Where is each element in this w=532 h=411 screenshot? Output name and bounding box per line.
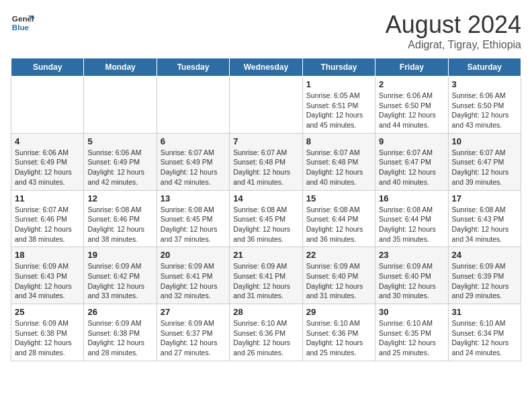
calendar-cell: 29Sunrise: 6:10 AM Sunset: 6:36 PM Dayli… — [302, 304, 375, 361]
day-info: Sunrise: 6:06 AM Sunset: 6:50 PM Dayligh… — [452, 91, 517, 130]
day-info: Sunrise: 6:08 AM Sunset: 6:44 PM Dayligh… — [379, 205, 444, 244]
calendar-cell: 1Sunrise: 6:05 AM Sunset: 6:51 PM Daylig… — [302, 77, 375, 134]
day-number: 5 — [87, 136, 152, 146]
day-number: 9 — [379, 136, 444, 146]
day-number: 22 — [306, 250, 371, 260]
calendar-cell: 6Sunrise: 6:07 AM Sunset: 6:49 PM Daylig… — [157, 133, 229, 190]
day-info: Sunrise: 6:09 AM Sunset: 6:38 PM Dayligh… — [15, 318, 80, 358]
weekday-header-tuesday: Tuesday — [157, 58, 229, 77]
day-number: 29 — [306, 307, 371, 317]
day-info: Sunrise: 6:09 AM Sunset: 6:40 PM Dayligh… — [306, 261, 371, 301]
calendar-cell: 22Sunrise: 6:09 AM Sunset: 6:40 PM Dayli… — [302, 247, 375, 304]
calendar-cell: 3Sunrise: 6:06 AM Sunset: 6:50 PM Daylig… — [448, 77, 521, 134]
day-info: Sunrise: 6:09 AM Sunset: 6:38 PM Dayligh… — [87, 318, 152, 358]
day-number: 6 — [161, 136, 226, 146]
day-info: Sunrise: 6:06 AM Sunset: 6:49 PM Dayligh… — [87, 148, 152, 187]
calendar-cell: 27Sunrise: 6:09 AM Sunset: 6:37 PM Dayli… — [157, 304, 229, 361]
day-number: 25 — [15, 307, 80, 317]
calendar-cell: 19Sunrise: 6:09 AM Sunset: 6:42 PM Dayli… — [84, 247, 157, 304]
calendar-week-2: 4Sunrise: 6:06 AM Sunset: 6:49 PM Daylig… — [11, 133, 521, 190]
calendar-week-1: 1Sunrise: 6:05 AM Sunset: 6:51 PM Daylig… — [11, 77, 521, 134]
location-subtitle: Adigrat, Tigray, Ethiopia — [386, 39, 521, 51]
day-number: 23 — [379, 250, 444, 260]
calendar-cell: 9Sunrise: 6:07 AM Sunset: 6:47 PM Daylig… — [375, 133, 448, 190]
calendar-week-5: 25Sunrise: 6:09 AM Sunset: 6:38 PM Dayli… — [11, 304, 521, 361]
calendar-cell: 18Sunrise: 6:09 AM Sunset: 6:43 PM Dayli… — [11, 247, 84, 304]
day-number: 1 — [306, 79, 371, 89]
calendar-week-3: 11Sunrise: 6:07 AM Sunset: 6:46 PM Dayli… — [11, 190, 521, 247]
calendar-cell: 16Sunrise: 6:08 AM Sunset: 6:44 PM Dayli… — [375, 190, 448, 247]
day-info: Sunrise: 6:06 AM Sunset: 6:50 PM Dayligh… — [379, 91, 444, 130]
calendar-table: SundayMondayTuesdayWednesdayThursdayFrid… — [11, 58, 521, 361]
logo: General Blue — [11, 11, 35, 35]
day-info: Sunrise: 6:09 AM Sunset: 6:43 PM Dayligh… — [15, 261, 80, 301]
calendar-cell: 20Sunrise: 6:09 AM Sunset: 6:41 PM Dayli… — [157, 247, 229, 304]
calendar-cell: 4Sunrise: 6:06 AM Sunset: 6:49 PM Daylig… — [11, 133, 84, 190]
day-info: Sunrise: 6:07 AM Sunset: 6:46 PM Dayligh… — [15, 205, 80, 244]
weekday-header-wednesday: Wednesday — [230, 58, 302, 77]
day-info: Sunrise: 6:10 AM Sunset: 6:36 PM Dayligh… — [233, 318, 298, 358]
day-number: 12 — [87, 193, 152, 203]
calendar-cell: 24Sunrise: 6:09 AM Sunset: 6:39 PM Dayli… — [448, 247, 521, 304]
calendar-week-4: 18Sunrise: 6:09 AM Sunset: 6:43 PM Dayli… — [11, 247, 521, 304]
day-info: Sunrise: 6:09 AM Sunset: 6:39 PM Dayligh… — [452, 261, 517, 301]
calendar-cell: 23Sunrise: 6:09 AM Sunset: 6:40 PM Dayli… — [375, 247, 448, 304]
weekday-header-friday: Friday — [375, 58, 448, 77]
weekday-header-saturday: Saturday — [448, 58, 521, 77]
day-info: Sunrise: 6:10 AM Sunset: 6:34 PM Dayligh… — [452, 318, 517, 358]
day-number: 18 — [15, 250, 80, 260]
day-number: 20 — [161, 250, 226, 260]
day-number: 28 — [233, 307, 298, 317]
weekday-header-thursday: Thursday — [302, 58, 375, 77]
weekday-header-row: SundayMondayTuesdayWednesdayThursdayFrid… — [11, 58, 521, 77]
day-info: Sunrise: 6:07 AM Sunset: 6:47 PM Dayligh… — [379, 148, 444, 187]
calendar-cell: 28Sunrise: 6:10 AM Sunset: 6:36 PM Dayli… — [230, 304, 302, 361]
day-number: 15 — [306, 193, 371, 203]
calendar-cell: 17Sunrise: 6:08 AM Sunset: 6:43 PM Dayli… — [448, 190, 521, 247]
day-number: 21 — [233, 250, 298, 260]
calendar-cell: 25Sunrise: 6:09 AM Sunset: 6:38 PM Dayli… — [11, 304, 84, 361]
day-info: Sunrise: 6:08 AM Sunset: 6:45 PM Dayligh… — [161, 205, 226, 244]
day-number: 10 — [452, 136, 517, 146]
calendar-cell: 31Sunrise: 6:10 AM Sunset: 6:34 PM Dayli… — [448, 304, 521, 361]
svg-text:Blue: Blue — [12, 23, 30, 32]
calendar-cell — [84, 77, 157, 134]
calendar-cell: 15Sunrise: 6:08 AM Sunset: 6:44 PM Dayli… — [302, 190, 375, 247]
day-number: 17 — [452, 193, 517, 203]
day-number: 26 — [87, 307, 152, 317]
calendar-cell: 7Sunrise: 6:07 AM Sunset: 6:48 PM Daylig… — [230, 133, 302, 190]
calendar-cell: 11Sunrise: 6:07 AM Sunset: 6:46 PM Dayli… — [11, 190, 84, 247]
day-number: 14 — [233, 193, 298, 203]
page-header: General Blue August 2024 Adigrat, Tigray… — [11, 11, 521, 51]
calendar-cell: 8Sunrise: 6:07 AM Sunset: 6:48 PM Daylig… — [302, 133, 375, 190]
calendar-cell: 30Sunrise: 6:10 AM Sunset: 6:35 PM Dayli… — [375, 304, 448, 361]
day-info: Sunrise: 6:08 AM Sunset: 6:44 PM Dayligh… — [306, 205, 371, 244]
day-info: Sunrise: 6:07 AM Sunset: 6:47 PM Dayligh… — [452, 148, 517, 187]
day-number: 2 — [379, 79, 444, 89]
day-number: 31 — [452, 307, 517, 317]
month-year-title: August 2024 — [386, 11, 521, 39]
svg-text:General: General — [12, 14, 35, 23]
calendar-cell — [230, 77, 302, 134]
day-number: 16 — [379, 193, 444, 203]
calendar-cell: 5Sunrise: 6:06 AM Sunset: 6:49 PM Daylig… — [84, 133, 157, 190]
day-info: Sunrise: 6:05 AM Sunset: 6:51 PM Dayligh… — [306, 91, 371, 130]
calendar-cell — [157, 77, 229, 134]
day-info: Sunrise: 6:08 AM Sunset: 6:46 PM Dayligh… — [87, 205, 152, 244]
day-number: 13 — [161, 193, 226, 203]
day-number: 30 — [379, 307, 444, 317]
title-block: August 2024 Adigrat, Tigray, Ethiopia — [386, 11, 521, 51]
calendar-cell: 26Sunrise: 6:09 AM Sunset: 6:38 PM Dayli… — [84, 304, 157, 361]
calendar-cell: 2Sunrise: 6:06 AM Sunset: 6:50 PM Daylig… — [375, 77, 448, 134]
day-number: 7 — [233, 136, 298, 146]
calendar-cell: 14Sunrise: 6:08 AM Sunset: 6:45 PM Dayli… — [230, 190, 302, 247]
day-number: 27 — [161, 307, 226, 317]
day-info: Sunrise: 6:08 AM Sunset: 6:45 PM Dayligh… — [233, 205, 298, 244]
day-info: Sunrise: 6:09 AM Sunset: 6:40 PM Dayligh… — [379, 261, 444, 301]
day-info: Sunrise: 6:08 AM Sunset: 6:43 PM Dayligh… — [452, 205, 517, 244]
day-info: Sunrise: 6:07 AM Sunset: 6:48 PM Dayligh… — [306, 148, 371, 187]
day-number: 4 — [15, 136, 80, 146]
day-info: Sunrise: 6:09 AM Sunset: 6:37 PM Dayligh… — [161, 318, 226, 358]
calendar-cell: 10Sunrise: 6:07 AM Sunset: 6:47 PM Dayli… — [448, 133, 521, 190]
day-info: Sunrise: 6:09 AM Sunset: 6:42 PM Dayligh… — [87, 261, 152, 301]
